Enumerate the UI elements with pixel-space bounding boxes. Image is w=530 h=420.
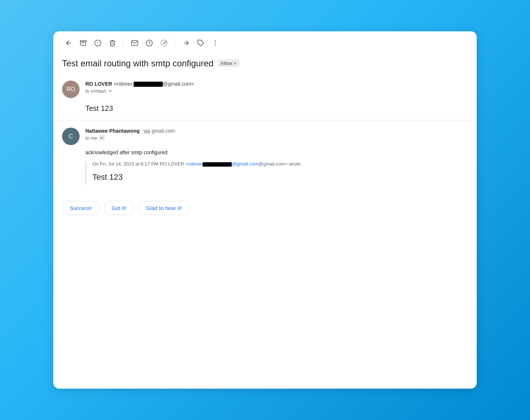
archive-button[interactable] <box>77 36 90 50</box>
quote-email-link[interactable]: rolover <box>188 161 203 167</box>
svg-point-8 <box>215 40 216 42</box>
message-1: RO RO LOVER <rolover.@gmail.com> to cont… <box>53 75 477 120</box>
message-2: C Nattawee Phantawong via gmail.com to m… <box>53 120 477 194</box>
to-line-1: to contact <box>85 88 468 94</box>
email-subject: Test email routing with smtp configured <box>62 58 214 69</box>
svg-point-10 <box>215 45 216 46</box>
sender-avatar-c: C <box>62 128 80 145</box>
inbox-badge-label: Inbox <box>221 61 233 66</box>
message-1-header: RO RO LOVER <rolover.@gmail.com> to cont… <box>62 81 468 98</box>
sender-name-2: Nattawee Phantawong <box>85 128 140 134</box>
avatar-initials: RO <box>66 86 75 93</box>
move-to-button[interactable] <box>180 36 193 50</box>
smart-reply-got-it[interactable]: Got it! <box>104 201 134 215</box>
redacted-email-1 <box>134 82 163 87</box>
to-dropdown-arrow-2[interactable] <box>99 135 105 141</box>
message-1-body: Test 123 <box>62 102 468 114</box>
smart-replies: Success! Got it! Glad to hear it! <box>53 194 477 222</box>
message-1-text: Test 123 <box>85 102 468 114</box>
sender-avatar-ro: RO <box>62 81 80 98</box>
svg-point-9 <box>215 43 216 44</box>
toolbar <box>53 31 477 55</box>
more-options-button[interactable] <box>209 36 222 50</box>
email-container: Test email routing with smtp configured … <box>53 31 477 389</box>
inbox-badge-close[interactable]: × <box>234 61 237 66</box>
smart-reply-success[interactable]: Success! <box>62 201 100 215</box>
delete-button[interactable] <box>106 36 119 50</box>
mark-unread-button[interactable] <box>128 36 141 50</box>
message-2-header: C Nattawee Phantawong via gmail.com to m… <box>62 128 468 145</box>
sender-info-2: Nattawee Phantawong via gmail.com to me <box>85 128 468 141</box>
sender-name-1: RO LOVER <box>85 81 112 87</box>
avatar-initials-2: C <box>69 133 73 140</box>
toolbar-divider-1 <box>123 39 124 47</box>
spam-button[interactable] <box>91 36 104 50</box>
via-label: via <box>143 128 150 134</box>
quote-header: On Fri, Jul 14, 2023 at 6:17 PM RO LOVER… <box>92 161 468 167</box>
add-task-button[interactable] <box>157 36 170 50</box>
quote-body-text: Test 123 <box>92 170 468 185</box>
to-contact-label: to contact <box>85 88 106 94</box>
inbox-badge: Inbox × <box>218 59 239 67</box>
toolbar-divider-2 <box>175 39 175 47</box>
smart-reply-glad[interactable]: Glad to hear it! <box>138 201 189 215</box>
sender-name-row: RO LOVER <rolover.@gmail.com> <box>85 81 468 87</box>
message-2-body-wrapper: acknowledged after smtp configured On Fr… <box>62 149 468 185</box>
sender-info-1: RO LOVER <rolover.@gmail.com> to contact <box>85 81 468 94</box>
svg-point-7 <box>161 40 167 46</box>
label-button[interactable] <box>194 36 207 50</box>
quote-gmail-link[interactable]: @gmail.com <box>232 161 258 167</box>
to-line-2: to me <box>85 135 468 141</box>
sender-email-1: <rolover.@gmail.com> <box>114 81 194 87</box>
subject-row: Test email routing with smtp configured … <box>53 55 477 75</box>
back-button[interactable] <box>62 36 75 50</box>
redacted-email-2 <box>203 162 232 167</box>
sender-name-row-2: Nattawee Phantawong via gmail.com <box>85 128 468 134</box>
quoted-email: On Fri, Jul 14, 2023 at 6:17 PM RO LOVER… <box>85 161 468 185</box>
to-me-label: to me <box>85 135 97 141</box>
message-2-text: acknowledged after smtp configured <box>85 149 468 155</box>
via-domain: gmail.com <box>151 128 175 134</box>
snooze-button[interactable] <box>143 36 156 50</box>
to-dropdown-arrow-1[interactable] <box>107 88 113 94</box>
